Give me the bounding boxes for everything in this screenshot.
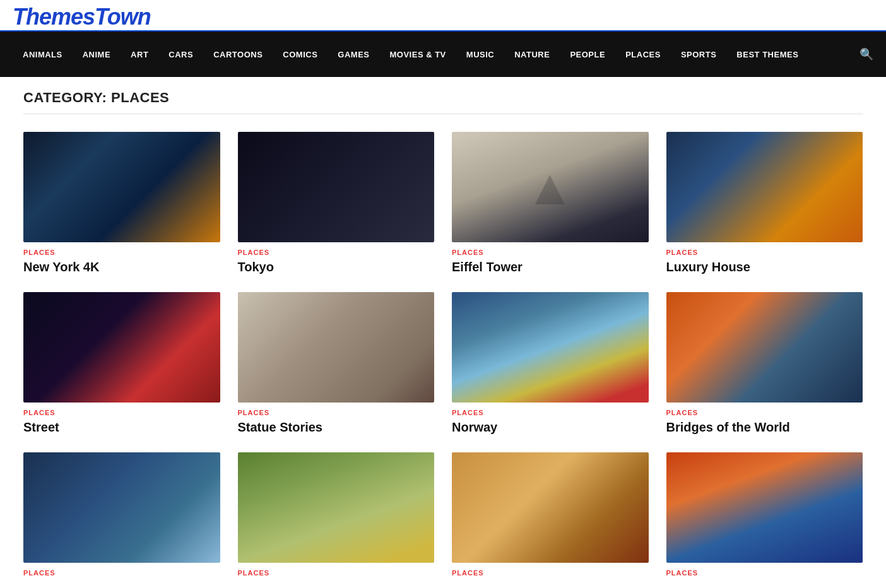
card-category-ny: PLACES	[23, 249, 220, 256]
card-image-luxury	[666, 132, 863, 242]
card-thumbnail-eiffel	[452, 132, 649, 242]
card-thumbnail-statue	[238, 292, 435, 403]
card-image-eiffel	[452, 132, 649, 242]
card-image-street	[23, 292, 220, 403]
card-sunset[interactable]: PLACES	[666, 452, 863, 580]
card-title-eiffel: Eiffel Tower	[452, 259, 649, 274]
card-thumbnail-sunset	[666, 452, 863, 563]
card-tokyo[interactable]: PLACES Tokyo	[238, 132, 435, 274]
nav-item-animals[interactable]: ANIMALS	[13, 45, 73, 64]
nav-item-anime[interactable]: ANIME	[73, 45, 121, 64]
card-category-waterfall: PLACES	[23, 569, 220, 577]
card-title-tokyo: Tokyo	[238, 259, 435, 274]
card-grid: PLACES New York 4K PLACES Tokyo PLACES E…	[23, 132, 863, 580]
card-statue[interactable]: PLACES Statue Stories	[238, 292, 435, 435]
nav-item-nature[interactable]: NATURE	[504, 45, 560, 64]
card-title-luxury: Luxury House	[666, 259, 863, 274]
nav-item-sports[interactable]: SPORTS	[671, 45, 726, 64]
nav-item-cartoons[interactable]: CARTOONS	[203, 45, 273, 64]
nav-item-places[interactable]: PLACES	[615, 45, 671, 64]
nav-item-music[interactable]: MUSIC	[456, 45, 504, 64]
card-norway[interactable]: PLACES Norway	[452, 292, 649, 435]
card-category-bridges: PLACES	[666, 409, 863, 416]
card-category-street: PLACES	[23, 409, 220, 416]
card-category-city: PLACES	[452, 569, 649, 577]
card-category-tokyo: PLACES	[238, 249, 435, 256]
nav-list: ANIMALSANIMEARTCARSCARTOONSCOMICSGAMESMO…	[13, 45, 853, 64]
nav-item-best-themes[interactable]: BEST THEMES	[726, 45, 808, 64]
card-thumbnail-city	[452, 452, 649, 563]
card-title-norway: Norway	[452, 420, 649, 435]
card-category-statue: PLACES	[238, 409, 435, 416]
nav-item-games[interactable]: GAMES	[328, 45, 379, 64]
card-thumbnail-luxury	[666, 132, 863, 242]
card-thumbnail-bridges	[666, 292, 863, 403]
card-thumbnail-norway	[452, 292, 649, 403]
card-thumbnail-tokyo	[238, 132, 435, 242]
nav-item-movies---tv[interactable]: MOVIES & TV	[380, 45, 456, 64]
card-category-sunset: PLACES	[666, 569, 863, 577]
card-title-bridges: Bridges of the World	[666, 420, 863, 435]
card-image-norway	[452, 292, 649, 403]
card-thumbnail-ny	[23, 132, 220, 242]
card-image-tokyo	[238, 132, 435, 242]
card-title-ny: New York 4K	[23, 259, 220, 274]
card-city[interactable]: PLACES	[452, 452, 649, 580]
logo-bar: ThemesTown	[0, 0, 886, 32]
card-image-bridges	[666, 292, 863, 403]
nav-item-people[interactable]: PEOPLE	[560, 45, 615, 64]
card-category-luxury: PLACES	[666, 249, 863, 256]
card-luxury[interactable]: PLACES Luxury House	[666, 132, 863, 274]
card-image-city	[452, 452, 649, 563]
navbar: ANIMALSANIMEARTCARSCARTOONSCOMICSGAMESMO…	[0, 32, 886, 77]
card-image-ny	[23, 132, 220, 242]
card-image-sunset	[666, 452, 863, 563]
logo[interactable]: ThemesTown	[13, 4, 151, 30]
card-title-statue: Statue Stories	[238, 420, 435, 435]
nav-item-cars[interactable]: CARS	[158, 45, 203, 64]
card-image-waterfall	[23, 452, 220, 563]
card-category-eiffel: PLACES	[452, 249, 649, 256]
card-bridges[interactable]: PLACES Bridges of the World	[666, 292, 863, 435]
card-image-statue	[238, 292, 435, 403]
card-thumbnail-dome	[238, 452, 435, 563]
nav-item-comics[interactable]: COMICS	[273, 45, 328, 64]
card-dome[interactable]: PLACES	[238, 452, 435, 580]
card-street[interactable]: PLACES Street	[23, 292, 220, 435]
category-heading: CATEGORY: PLACES	[23, 90, 863, 114]
page-content: CATEGORY: PLACES PLACES New York 4K PLAC…	[11, 77, 875, 588]
card-waterfall[interactable]: PLACES	[23, 452, 220, 580]
card-ny[interactable]: PLACES New York 4K	[23, 132, 220, 274]
card-category-dome: PLACES	[238, 569, 435, 577]
card-category-norway: PLACES	[452, 409, 649, 416]
search-icon[interactable]: 🔍	[859, 47, 873, 61]
nav-item-art[interactable]: ART	[121, 45, 158, 64]
card-thumbnail-street	[23, 292, 220, 403]
card-title-street: Street	[23, 420, 220, 435]
card-eiffel[interactable]: PLACES Eiffel Tower	[452, 132, 649, 274]
card-thumbnail-waterfall	[23, 452, 220, 563]
card-image-dome	[238, 452, 435, 563]
